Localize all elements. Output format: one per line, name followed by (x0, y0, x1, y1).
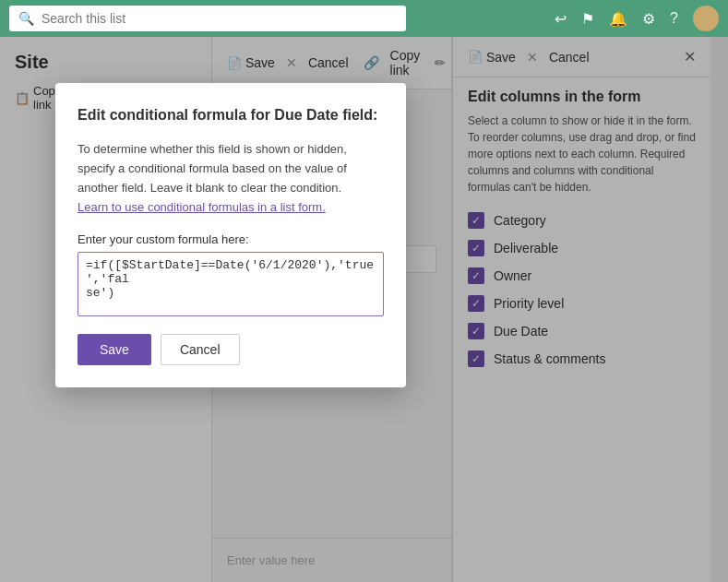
search-input[interactable] (42, 11, 397, 26)
modal-formula-input[interactable]: =if([$StartDate]==Date('6/1/2020'),'true… (78, 252, 384, 316)
modal-title: Edit conditional formula for Due Date fi… (78, 105, 384, 125)
top-bar-icons: ↩ ⚑ 🔔 ⚙ ? (555, 6, 719, 31)
help-icon[interactable]: ? (670, 10, 678, 27)
modal-edit-formula: Edit conditional formula for Due Date fi… (55, 83, 406, 387)
avatar[interactable] (693, 6, 719, 31)
flag-icon[interactable]: ⚑ (581, 10, 594, 28)
modal-actions: Save Cancel (78, 334, 384, 365)
modal-cancel-button[interactable]: Cancel (161, 334, 240, 365)
top-bar: 🔍 ↩ ⚑ 🔔 ⚙ ? (0, 0, 728, 37)
back-icon[interactable]: ↩ (555, 10, 567, 28)
main-area: Site 📋 Copy link 🗑 Delete ⚙ Autom 📄 Save… (0, 37, 728, 582)
bell-icon[interactable]: 🔔 (609, 10, 627, 28)
modal-save-button[interactable]: Save (78, 334, 151, 365)
modal-formula-label: Enter your custom formula here: (78, 232, 384, 246)
search-icon: 🔍 (18, 11, 34, 26)
modal-description: To determine whether this field is shown… (78, 140, 384, 217)
modal-link[interactable]: Learn to use conditional formulas in a l… (78, 200, 326, 214)
search-box[interactable]: 🔍 (9, 6, 406, 31)
settings-icon[interactable]: ⚙ (642, 10, 655, 28)
